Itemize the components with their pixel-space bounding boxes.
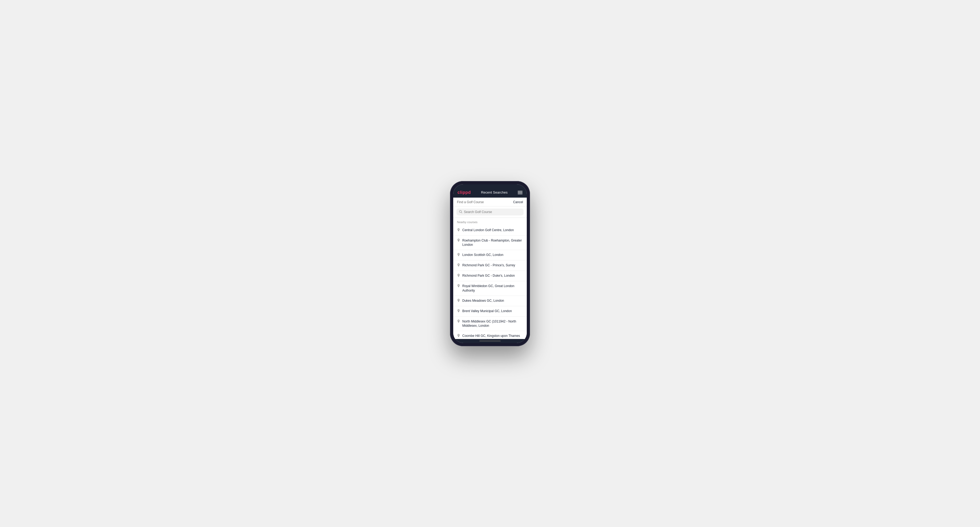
course-name: Richmond Park GC - Prince's, Surrey xyxy=(462,263,515,268)
location-pin-icon xyxy=(457,309,460,314)
find-label: Find a Golf Course xyxy=(457,200,484,204)
course-name: Dukes Meadows GC, London xyxy=(462,298,504,303)
hamburger-menu-icon[interactable] xyxy=(518,191,522,194)
course-name: Coombe Hill GC, Kingston upon Thames xyxy=(462,334,520,338)
location-pin-icon xyxy=(457,299,460,303)
location-pin-icon xyxy=(457,239,460,243)
cancel-button[interactable]: Cancel xyxy=(513,200,523,204)
phone-device: clippd Recent Searches Find a Golf Cours… xyxy=(450,181,530,346)
location-pin-icon xyxy=(457,253,460,257)
svg-line-1 xyxy=(461,212,462,213)
search-input[interactable] xyxy=(464,210,521,214)
list-item[interactable]: London Scottish GC, London xyxy=(453,250,527,260)
nav-title: Recent Searches xyxy=(481,190,508,194)
home-indicator xyxy=(453,339,527,343)
course-name: London Scottish GC, London xyxy=(462,253,503,257)
course-name: Royal Wimbledon GC, Great London Authori… xyxy=(462,284,523,293)
location-pin-icon xyxy=(457,334,460,338)
status-bar xyxy=(453,184,527,187)
search-icon xyxy=(459,210,462,214)
nearby-label: Nearby courses xyxy=(453,218,527,225)
list-item[interactable]: Richmond Park GC - Duke's, London xyxy=(453,271,527,281)
list-item[interactable]: Royal Wimbledon GC, Great London Authori… xyxy=(453,281,527,296)
course-name: Central London Golf Centre, London xyxy=(462,228,514,232)
course-name: Roehampton Club - Roehampton, Greater Lo… xyxy=(462,238,523,248)
navigation-bar: clippd Recent Searches xyxy=(453,187,527,198)
svg-point-0 xyxy=(459,210,461,213)
search-box xyxy=(457,208,523,216)
app-logo: clippd xyxy=(458,190,471,195)
location-pin-icon xyxy=(457,284,460,289)
location-pin-icon xyxy=(457,319,460,324)
list-item[interactable]: Central London Golf Centre, London xyxy=(453,225,527,236)
list-item[interactable]: Dukes Meadows GC, London xyxy=(453,296,527,306)
content-area: Find a Golf Course Cancel Nearby courses xyxy=(453,198,527,339)
list-item[interactable]: Brent Valley Municipal GC, London xyxy=(453,306,527,317)
course-list: Central London Golf Centre, London Roeha… xyxy=(453,225,527,339)
course-name: Brent Valley Municipal GC, London xyxy=(462,309,512,313)
find-bar: Find a Golf Course Cancel xyxy=(453,198,527,206)
phone-screen: clippd Recent Searches Find a Golf Cours… xyxy=(453,184,527,343)
location-pin-icon xyxy=(457,228,460,233)
home-bar xyxy=(479,341,501,341)
course-name: North Middlesex GC (1011942 - North Midd… xyxy=(462,319,523,329)
search-container xyxy=(453,206,527,218)
list-item[interactable]: Richmond Park GC - Prince's, Surrey xyxy=(453,260,527,271)
list-item[interactable]: North Middlesex GC (1011942 - North Midd… xyxy=(453,317,527,331)
list-item[interactable]: Roehampton Club - Roehampton, Greater Lo… xyxy=(453,236,527,250)
location-pin-icon xyxy=(457,274,460,278)
location-pin-icon xyxy=(457,264,460,268)
course-name: Richmond Park GC - Duke's, London xyxy=(462,273,515,278)
list-item[interactable]: Coombe Hill GC, Kingston upon Thames xyxy=(453,331,527,339)
